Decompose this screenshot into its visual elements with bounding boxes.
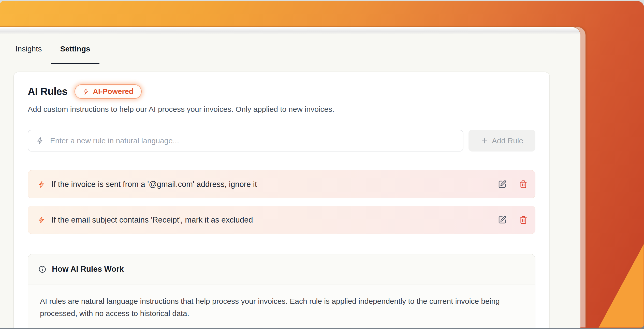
delete-rule-button[interactable] — [518, 215, 529, 225]
rule-actions — [497, 215, 529, 225]
bolt-icon — [83, 88, 89, 95]
ai-powered-badge: AI-Powered — [75, 84, 142, 99]
bolt-icon — [38, 181, 45, 188]
add-rule-button[interactable]: Add Rule — [469, 130, 535, 152]
page-title: AI Rules — [28, 86, 67, 97]
window-title-bar-edge — [0, 27, 580, 34]
tab-bar: Insights Settings — [0, 34, 580, 64]
new-rule-input-container — [28, 130, 463, 152]
how-ai-rules-work-header: How AI Rules Work — [28, 254, 535, 284]
tab-insights[interactable]: Insights — [6, 34, 51, 64]
tab-settings[interactable]: Settings — [51, 34, 99, 64]
rule-text: If the invoice is sent from a '@gmail.co… — [51, 180, 257, 189]
ai-rules-header: AI Rules AI-Powered — [28, 84, 535, 99]
rule-text: If the email subject contains 'Receipt',… — [51, 215, 253, 225]
app-window: Insights Settings AI Rules AI-Powered Ad… — [0, 27, 580, 328]
info-icon — [38, 265, 46, 273]
edit-icon — [498, 216, 506, 224]
edit-icon — [498, 180, 506, 188]
new-rule-input[interactable] — [50, 136, 455, 145]
edit-rule-button[interactable] — [497, 179, 507, 189]
delete-rule-button[interactable] — [518, 179, 529, 189]
bolt-icon — [36, 137, 44, 145]
trash-icon — [519, 216, 528, 224]
rule-row: If the invoice is sent from a '@gmail.co… — [28, 170, 535, 198]
bolt-icon — [38, 216, 45, 224]
ai-rules-card: AI Rules AI-Powered Add custom instructi… — [13, 72, 550, 328]
ai-powered-badge-label: AI-Powered — [93, 87, 134, 96]
new-rule-input-row: Add Rule — [28, 130, 535, 152]
plus-icon — [481, 137, 488, 145]
rules-list: If the invoice is sent from a '@gmail.co… — [28, 170, 535, 234]
add-rule-button-label: Add Rule — [492, 136, 523, 145]
edit-rule-button[interactable] — [497, 215, 507, 225]
how-ai-rules-work-title: How AI Rules Work — [52, 265, 124, 274]
wallpaper-wedge-shape — [596, 244, 644, 328]
how-ai-rules-work-text: AI rules are natural language instructio… — [40, 295, 513, 320]
how-ai-rules-work-box: How AI Rules Work AI rules are natural l… — [28, 254, 535, 328]
settings-content: AI Rules AI-Powered Add custom instructi… — [0, 64, 580, 328]
rule-actions — [497, 179, 529, 189]
rule-row: If the email subject contains 'Receipt',… — [28, 206, 535, 234]
trash-icon — [519, 180, 528, 188]
how-ai-rules-work-body: AI rules are natural language instructio… — [28, 284, 535, 328]
ai-rules-description: Add custom instructions to help our AI p… — [28, 105, 535, 114]
